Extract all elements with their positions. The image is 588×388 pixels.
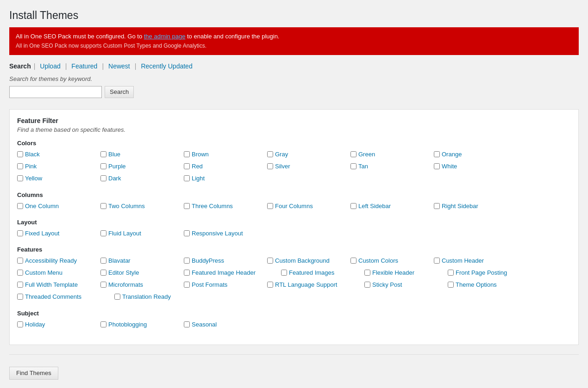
label-custom-background[interactable]: Custom Background [275, 257, 330, 265]
checkbox-blue[interactable] [100, 151, 106, 157]
label-dark[interactable]: Dark [108, 174, 121, 183]
label-responsive-layout[interactable]: Responsive Layout [192, 229, 243, 238]
label-purple[interactable]: Purple [108, 162, 126, 171]
label-tan[interactable]: Tan [358, 162, 368, 171]
admin-page-link[interactable]: the admin page [144, 33, 186, 40]
checkbox-three-columns[interactable] [184, 203, 190, 209]
checkbox-one-column[interactable] [17, 203, 23, 209]
search-input[interactable] [9, 86, 102, 98]
label-right-sidebar[interactable]: Right Sidebar [442, 202, 478, 210]
checkbox-tan[interactable] [350, 163, 357, 169]
label-gray[interactable]: Gray [275, 150, 288, 159]
checkbox-featured-image-header[interactable] [184, 270, 190, 276]
label-featured-image-header[interactable]: Featured Image Header [192, 269, 256, 277]
checkbox-fixed-layout[interactable] [17, 230, 23, 236]
checkbox-featured-images[interactable] [281, 270, 287, 276]
checkbox-accessibility-ready[interactable] [17, 258, 23, 264]
checkbox-holiday[interactable] [17, 321, 23, 327]
label-brown[interactable]: Brown [192, 150, 209, 159]
checkbox-left-sidebar[interactable] [350, 203, 357, 209]
label-fixed-layout[interactable]: Fixed Layout [25, 229, 59, 238]
label-translation-ready[interactable]: Translation Ready [122, 293, 171, 301]
checkbox-pink[interactable] [17, 163, 23, 169]
checkbox-custom-colors[interactable] [350, 258, 357, 264]
label-seasonal[interactable]: Seasonal [192, 320, 217, 329]
label-light[interactable]: Light [192, 174, 205, 183]
checkbox-custom-menu[interactable] [17, 270, 23, 276]
label-pink[interactable]: Pink [25, 162, 37, 171]
label-blue[interactable]: Blue [108, 150, 120, 159]
checkbox-theme-options[interactable] [448, 282, 454, 288]
checkbox-seasonal[interactable] [184, 321, 190, 327]
checkbox-orange[interactable] [434, 151, 440, 157]
nav-newest[interactable]: Newest [106, 62, 132, 70]
nav-featured[interactable]: Featured [69, 62, 99, 70]
checkbox-buddypress[interactable] [184, 258, 190, 264]
label-one-column[interactable]: One Column [25, 202, 59, 210]
checkbox-translation-ready[interactable] [114, 294, 120, 300]
checkbox-light[interactable] [184, 175, 190, 181]
nav-recently-updated[interactable]: Recently Updated [139, 62, 194, 70]
checkbox-black[interactable] [17, 151, 23, 157]
checkbox-green[interactable] [350, 151, 357, 157]
nav-upload[interactable]: Upload [38, 62, 62, 70]
label-white[interactable]: White [442, 162, 457, 171]
checkbox-yellow[interactable] [17, 175, 23, 181]
label-yellow[interactable]: Yellow [25, 174, 42, 183]
checkbox-rtl-language-support[interactable] [267, 282, 273, 288]
checkbox-dark[interactable] [100, 175, 106, 181]
checkbox-photoblogging[interactable] [100, 321, 106, 327]
checkbox-fluid-layout[interactable] [100, 230, 106, 236]
checkbox-front-page-posting[interactable] [448, 270, 454, 276]
label-two-columns[interactable]: Two Columns [108, 202, 145, 210]
checkbox-responsive-layout[interactable] [184, 230, 190, 236]
label-theme-options[interactable]: Theme Options [456, 281, 497, 289]
label-sticky-post[interactable]: Sticky Post [372, 281, 402, 289]
label-full-width-template[interactable]: Full Width Template [25, 281, 78, 289]
label-microformats[interactable]: Microformats [108, 281, 143, 289]
checkbox-editor-style[interactable] [100, 270, 106, 276]
label-featured-images[interactable]: Featured Images [289, 269, 334, 277]
checkbox-two-columns[interactable] [100, 203, 106, 209]
checkbox-microformats[interactable] [100, 282, 106, 288]
checkbox-flexible-header[interactable] [364, 270, 370, 276]
label-black[interactable]: Black [25, 150, 40, 159]
label-custom-colors[interactable]: Custom Colors [358, 257, 398, 265]
checkbox-silver[interactable] [267, 163, 273, 169]
label-custom-menu[interactable]: Custom Menu [25, 269, 63, 277]
checkbox-four-columns[interactable] [267, 203, 273, 209]
find-themes-button[interactable]: Find Themes [9, 367, 58, 380]
label-orange[interactable]: Orange [442, 150, 462, 159]
checkbox-red[interactable] [184, 163, 190, 169]
label-silver[interactable]: Silver [275, 162, 290, 171]
checkbox-right-sidebar[interactable] [434, 203, 440, 209]
label-editor-style[interactable]: Editor Style [108, 269, 139, 277]
label-flexible-header[interactable]: Flexible Header [372, 269, 414, 277]
label-four-columns[interactable]: Four Columns [275, 202, 313, 210]
label-threaded-comments[interactable]: Threaded Comments [25, 293, 81, 301]
checkbox-purple[interactable] [100, 163, 106, 169]
checkbox-custom-background[interactable] [267, 258, 273, 264]
label-left-sidebar[interactable]: Left Sidebar [358, 202, 391, 210]
label-green[interactable]: Green [358, 150, 375, 159]
label-three-columns[interactable]: Three Columns [192, 202, 233, 210]
checkbox-custom-header[interactable] [434, 258, 440, 264]
label-holiday[interactable]: Holiday [25, 320, 45, 329]
label-rtl-language-support[interactable]: RTL Language Support [275, 281, 337, 289]
checkbox-brown[interactable] [184, 151, 190, 157]
checkbox-white[interactable] [434, 163, 440, 169]
checkbox-post-formats[interactable] [184, 282, 190, 288]
label-post-formats[interactable]: Post Formats [192, 281, 227, 289]
label-blavatar[interactable]: Blavatar [108, 257, 131, 265]
checkbox-threaded-comments[interactable] [17, 294, 23, 300]
search-button[interactable]: Search [105, 86, 134, 98]
label-red[interactable]: Red [192, 162, 203, 171]
label-buddypress[interactable]: BuddyPress [192, 257, 224, 265]
checkbox-blavatar[interactable] [100, 258, 106, 264]
label-fluid-layout[interactable]: Fluid Layout [108, 229, 141, 238]
label-photoblogging[interactable]: Photoblogging [108, 320, 147, 329]
checkbox-gray[interactable] [267, 151, 273, 157]
label-front-page-posting[interactable]: Front Page Posting [456, 269, 507, 277]
label-accessibility-ready[interactable]: Accessibility Ready [25, 257, 77, 265]
label-custom-header[interactable]: Custom Header [442, 257, 484, 265]
